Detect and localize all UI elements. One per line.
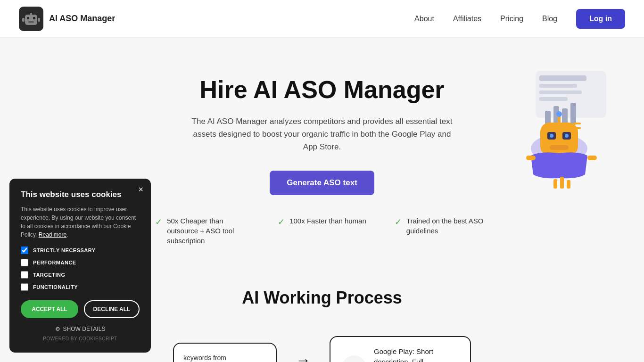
process-card-keywords-text: keywords from xyxy=(183,353,266,362)
nav-pricing[interactable]: Pricing xyxy=(500,15,523,23)
generate-aso-button[interactable]: Generate ASO text xyxy=(270,171,374,195)
svg-rect-0 xyxy=(25,15,37,25)
benefit-3: ✓ Trained on the best ASO guidelines xyxy=(395,216,489,236)
svg-rect-3 xyxy=(28,21,34,23)
nav-blog[interactable]: Blog xyxy=(542,15,557,23)
svg-rect-16 xyxy=(573,123,581,124)
benefit-2: ✓ 100x Faster than human xyxy=(278,216,366,227)
brand-name: AI ASO Manager xyxy=(49,14,115,24)
gear-icon: ⚙ xyxy=(55,326,60,332)
svg-rect-5 xyxy=(22,18,25,22)
navbar: AI ASO Manager About Affiliates Pricing … xyxy=(0,0,644,38)
benefits-row: ✓ 50x Cheaper than outsource + ASO tool … xyxy=(155,216,489,246)
nav-affiliates[interactable]: Affiliates xyxy=(453,15,481,23)
targeting-checkbox[interactable] xyxy=(21,271,28,279)
cookie-strictly-row: STRICTLY NECESSARY xyxy=(21,247,140,254)
show-details-button[interactable]: ⚙ SHOW DETAILS xyxy=(21,326,140,332)
benefit-text-2: 100x Faster than human xyxy=(289,216,366,226)
cookie-title: This website uses cookies xyxy=(21,190,140,199)
svg-rect-19 xyxy=(540,123,578,156)
hero-title: Hire AI ASO Manager xyxy=(199,75,444,104)
svg-rect-15 xyxy=(570,103,576,125)
robot-illustration xyxy=(484,61,616,195)
google-card-text: Google Play: Short description, Full des… xyxy=(374,346,459,362)
svg-rect-14 xyxy=(562,108,568,125)
nav-links: About Affiliates Pricing Blog Log in xyxy=(414,9,625,29)
svg-rect-31 xyxy=(567,180,570,189)
svg-rect-11 xyxy=(539,97,568,101)
cookie-close-button[interactable]: × xyxy=(138,185,143,194)
svg-point-23 xyxy=(565,134,569,138)
svg-rect-30 xyxy=(560,177,564,189)
working-process-title: AI Working Process xyxy=(242,269,402,317)
svg-rect-8 xyxy=(539,75,586,81)
nav-about[interactable]: About xyxy=(414,15,434,23)
svg-rect-27 xyxy=(526,156,536,160)
check-icon-3: ✓ xyxy=(395,217,402,227)
svg-point-22 xyxy=(550,134,553,138)
strictly-label: STRICTLY NECESSARY xyxy=(33,247,96,253)
google-play-card: Google Play: Short description, Full des… xyxy=(330,336,471,362)
svg-rect-29 xyxy=(553,179,557,189)
targeting-label: TARGETING xyxy=(33,272,65,278)
svg-rect-28 xyxy=(587,156,597,160)
check-icon-2: ✓ xyxy=(278,217,285,227)
svg-rect-1 xyxy=(27,17,29,19)
powered-by-label: POWERED BY COOKIESCRIPT xyxy=(21,336,140,341)
cookie-functionality-row: FUNCTIONALITY xyxy=(21,283,140,291)
svg-rect-4 xyxy=(30,13,32,15)
functionality-checkbox[interactable] xyxy=(21,283,28,291)
svg-rect-24 xyxy=(550,145,569,150)
accept-all-button[interactable]: ACCEPT ALL xyxy=(21,300,78,318)
logo-area[interactable]: AI ASO Manager xyxy=(19,7,115,31)
cookie-banner: × This website uses cookies This website… xyxy=(9,179,151,353)
functionality-label: FUNCTIONALITY xyxy=(33,284,78,290)
benefit-1: ✓ 50x Cheaper than outsource + ASO tool … xyxy=(155,216,249,246)
cookie-checkboxes: STRICTLY NECESSARY PERFORMANCE TARGETING… xyxy=(21,247,140,291)
arrow-right: → xyxy=(296,352,311,362)
svg-point-32 xyxy=(342,355,366,362)
strictly-necessary-checkbox[interactable] xyxy=(21,247,28,254)
check-icon-1: ✓ xyxy=(155,217,162,227)
hero-subtitle: The AI ASO Manager analyzes competitors … xyxy=(190,115,454,154)
cookie-buttons: ACCEPT ALL DECLINE ALL xyxy=(21,300,140,318)
cookie-performance-row: PERFORMANCE xyxy=(21,259,140,266)
benefit-text-1: 50x Cheaper than outsource + ASO tool su… xyxy=(167,216,249,246)
read-more-link[interactable]: Read more xyxy=(39,231,66,238)
performance-checkbox[interactable] xyxy=(21,259,28,266)
logo-icon xyxy=(19,7,43,31)
svg-rect-6 xyxy=(38,18,40,22)
login-button[interactable]: Log in xyxy=(576,9,625,29)
svg-rect-9 xyxy=(539,84,577,88)
benefit-text-3: Trained on the best ASO guidelines xyxy=(406,216,489,236)
process-card-keywords: keywords from xyxy=(173,343,277,362)
svg-point-26 xyxy=(556,111,562,117)
show-details-label: SHOW DETAILS xyxy=(63,326,106,332)
decline-all-button[interactable]: DECLINE ALL xyxy=(84,300,140,318)
cookie-description: This website uses cookies to improve use… xyxy=(21,205,140,239)
svg-rect-2 xyxy=(33,17,35,19)
google-icon xyxy=(342,355,366,362)
svg-rect-10 xyxy=(539,90,582,94)
cookie-targeting-row: TARGETING xyxy=(21,271,140,279)
performance-label: PERFORMANCE xyxy=(33,260,76,265)
